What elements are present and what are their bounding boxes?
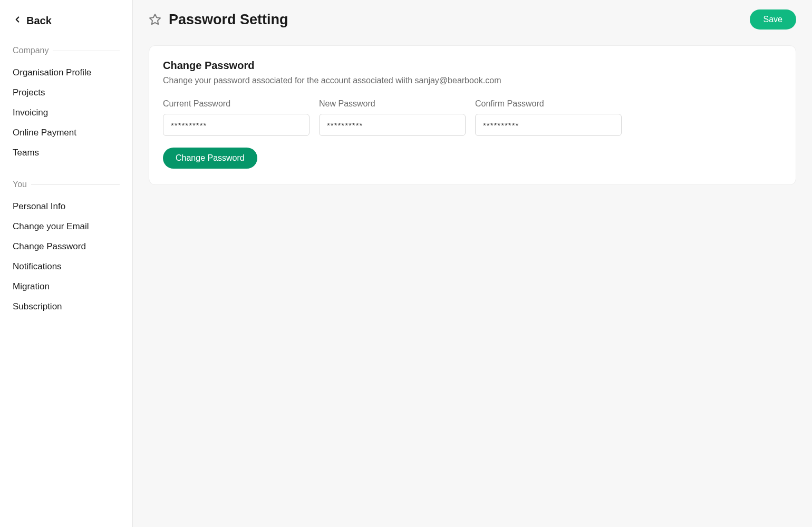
sidebar-item-label: Projects (13, 87, 45, 97)
sidebar-item-label: Notifications (13, 261, 62, 271)
confirm-password-input[interactable] (475, 114, 622, 136)
back-link[interactable]: Back (13, 15, 120, 27)
sidebar-item-online-payment[interactable]: Online Payment (13, 123, 120, 143)
sidebar-item-change-password[interactable]: Change Password (13, 237, 120, 257)
sidebar-item-label: Subscription (13, 301, 62, 311)
back-label: Back (26, 15, 52, 27)
sidebar-item-label: Organisation Profile (13, 67, 91, 77)
page-title: Password Setting (169, 12, 288, 28)
password-form-row: Current Password New Password Confirm Pa… (163, 99, 782, 136)
sidebar-group-label: Company (13, 46, 49, 55)
sidebar-group-label: You (13, 180, 27, 189)
sidebar-group-you: Personal Info Change your Email Change P… (13, 197, 120, 317)
sidebar-item-organisation-profile[interactable]: Organisation Profile (13, 63, 120, 83)
sidebar-item-subscription[interactable]: Subscription (13, 297, 120, 317)
new-password-input[interactable] (319, 114, 466, 136)
change-password-card: Change Password Change your password ass… (149, 45, 796, 185)
sidebar-item-label: Online Payment (13, 128, 76, 138)
sidebar-item-change-email[interactable]: Change your Email (13, 217, 120, 237)
page-header: Password Setting Save (149, 9, 796, 30)
sidebar-group-header-company: Company (13, 46, 120, 55)
card-title: Change Password (163, 60, 782, 72)
sidebar-item-label: Invoicing (13, 108, 48, 118)
sidebar-item-teams[interactable]: Teams (13, 143, 120, 163)
svg-marker-0 (150, 14, 160, 24)
page-header-left: Password Setting (149, 12, 288, 28)
main-content: Password Setting Save Change Password Ch… (133, 0, 812, 527)
current-password-input[interactable] (163, 114, 310, 136)
card-subtitle: Change your password associated for the … (163, 76, 782, 85)
save-button[interactable]: Save (750, 9, 796, 30)
sidebar-item-label: Change Password (13, 241, 86, 251)
sidebar-item-label: Change your Email (13, 221, 89, 231)
star-icon[interactable] (149, 13, 161, 26)
sidebar-item-label: Personal Info (13, 201, 65, 211)
new-password-group: New Password (319, 99, 466, 136)
sidebar-item-migration[interactable]: Migration (13, 277, 120, 297)
sidebar-group-header-you: You (13, 180, 120, 189)
divider (53, 51, 120, 51)
change-password-button[interactable]: Change Password (163, 148, 257, 169)
sidebar-item-invoicing[interactable]: Invoicing (13, 103, 120, 123)
confirm-password-label: Confirm Password (475, 99, 622, 109)
confirm-password-group: Confirm Password (475, 99, 622, 136)
sidebar-group-company: Organisation Profile Projects Invoicing … (13, 63, 120, 163)
current-password-label: Current Password (163, 99, 310, 109)
sidebar-item-projects[interactable]: Projects (13, 83, 120, 103)
sidebar-item-label: Teams (13, 148, 39, 158)
sidebar-item-personal-info[interactable]: Personal Info (13, 197, 120, 217)
sidebar-item-label: Migration (13, 281, 50, 291)
chevron-left-icon (13, 15, 22, 27)
divider (31, 184, 120, 185)
current-password-group: Current Password (163, 99, 310, 136)
sidebar-item-notifications[interactable]: Notifications (13, 257, 120, 277)
new-password-label: New Password (319, 99, 466, 109)
sidebar: Back Company Organisation Profile Projec… (0, 0, 133, 527)
